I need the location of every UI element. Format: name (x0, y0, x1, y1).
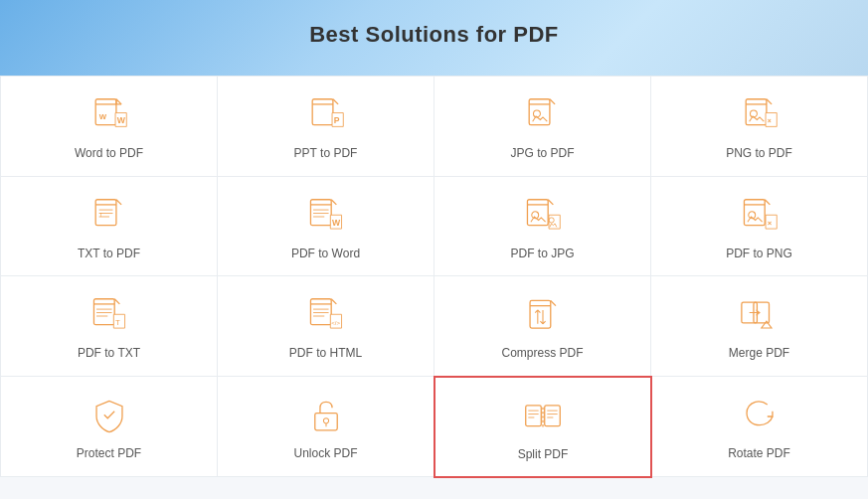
unlock-pdf-icon (304, 395, 348, 438)
svg-text:×: × (767, 218, 772, 227)
tool-pdf-to-png[interactable]: × PDF to PNG (651, 177, 868, 277)
tools-grid: W W Word to PDF P PPT to PDF JPG to PDF … (0, 76, 868, 477)
rotate-pdf-label: Rotate PDF (728, 446, 790, 462)
jpg-to-pdf-icon (521, 94, 565, 138)
tool-pdf-to-html[interactable]: </> PDF to HTML (218, 276, 434, 377)
svg-text:W: W (98, 112, 106, 121)
pdf-to-word-icon: W (304, 195, 348, 239)
word-to-pdf-icon: W W (87, 94, 131, 138)
tool-pdf-to-txt[interactable]: T PDF to TXT (1, 276, 218, 377)
compress-pdf-icon (521, 294, 565, 338)
svg-rect-12 (310, 199, 331, 225)
svg-text:</>: </> (331, 320, 340, 326)
tool-compress-pdf[interactable]: Compress PDF (434, 276, 651, 377)
tool-jpg-to-pdf[interactable]: JPG to PDF (434, 77, 651, 177)
svg-point-8 (750, 110, 757, 117)
svg-rect-27 (314, 414, 336, 430)
pdf-to-txt-icon: T (87, 294, 131, 338)
txt-to-pdf-label: TXT to PDF (78, 247, 140, 262)
svg-text:T: T (115, 318, 120, 327)
tool-merge-pdf[interactable]: Merge PDF (651, 276, 868, 377)
tool-rotate-pdf[interactable]: Rotate PDF (651, 377, 868, 478)
svg-point-6 (533, 110, 540, 117)
tool-protect-pdf[interactable]: Protect PDF (1, 377, 218, 478)
split-pdf-icon (521, 396, 565, 439)
svg-text:P: P (333, 115, 339, 125)
merge-pdf-label: Merge PDF (729, 346, 789, 362)
pdf-to-jpg-label: PDF to JPG (510, 247, 574, 262)
pdf-to-png-icon: × (738, 195, 781, 239)
word-to-pdf-label: Word to PDF (75, 146, 143, 162)
unlock-pdf-label: Unlock PDF (293, 446, 357, 462)
merge-pdf-icon (738, 294, 781, 338)
svg-text:×: × (767, 117, 771, 124)
pdf-to-word-label: PDF to Word (291, 247, 360, 262)
tool-pdf-to-word[interactable]: W PDF to Word (218, 177, 434, 277)
svg-text:W: W (116, 115, 125, 125)
pdf-to-html-label: PDF to HTML (289, 346, 362, 362)
header: Best Solutions for PDF (0, 0, 868, 76)
tool-split-pdf[interactable]: Split PDF (434, 376, 652, 479)
jpg-to-pdf-label: JPG to PDF (510, 146, 574, 162)
tool-unlock-pdf[interactable]: Unlock PDF (218, 377, 434, 478)
main-content: W W Word to PDF P PPT to PDF JPG to PDF … (0, 76, 868, 477)
svg-point-28 (323, 418, 328, 423)
svg-text:W: W (332, 217, 341, 227)
svg-rect-30 (545, 406, 561, 426)
svg-rect-22 (310, 299, 331, 325)
txt-to-pdf-icon: T (87, 195, 131, 239)
ppt-to-pdf-icon: P (304, 94, 348, 138)
rotate-pdf-icon (738, 395, 781, 438)
tool-word-to-pdf[interactable]: W W Word to PDF (1, 77, 218, 177)
png-to-pdf-label: PNG to PDF (726, 146, 792, 162)
split-pdf-label: Split PDF (518, 447, 569, 463)
pdf-to-png-label: PDF to PNG (726, 247, 792, 262)
svg-rect-29 (526, 406, 542, 426)
page-title: Best Solutions for PDF (0, 22, 868, 48)
png-to-pdf-icon: × (738, 94, 781, 138)
svg-rect-3 (312, 99, 333, 125)
tool-png-to-pdf[interactable]: × PNG to PDF (651, 77, 868, 177)
protect-pdf-label: Protect PDF (77, 446, 141, 462)
pdf-to-txt-label: PDF to TXT (78, 346, 140, 362)
protect-pdf-icon (87, 395, 131, 438)
compress-pdf-label: Compress PDF (501, 346, 583, 362)
tool-ppt-to-pdf[interactable]: P PPT to PDF (218, 77, 434, 177)
tool-txt-to-pdf[interactable]: T TXT to PDF (1, 177, 218, 277)
pdf-to-html-icon: </> (304, 294, 348, 338)
pdf-to-jpg-icon (521, 195, 565, 239)
ppt-to-pdf-label: PPT to PDF (294, 146, 358, 162)
svg-rect-24 (530, 301, 551, 329)
svg-rect-20 (93, 299, 114, 325)
tool-pdf-to-jpg[interactable]: PDF to JPG (434, 177, 651, 277)
